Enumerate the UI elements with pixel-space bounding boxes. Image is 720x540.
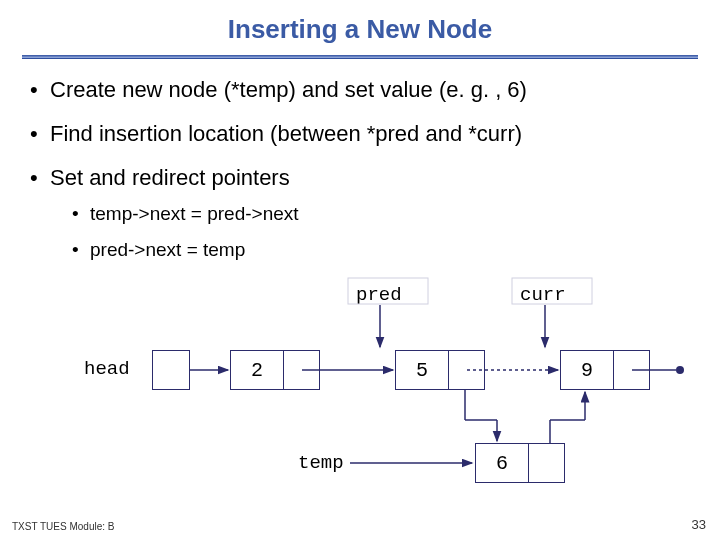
label-pred: pred [356,284,402,306]
bullet-3-text: Set and redirect pointers [50,165,290,190]
node-2-value: 2 [231,351,284,389]
node-5-ptr [449,351,484,389]
head-pointer-box [152,350,190,390]
bullet-3: Set and redirect pointers temp->next = p… [30,165,690,261]
sub-bullet-2: pred->next = temp [50,239,690,261]
svg-rect-15 [512,278,592,304]
svg-point-4 [676,366,684,374]
label-head: head [84,358,130,380]
node-9-ptr [614,351,649,389]
footer-left: TXST TUES Module: B [12,521,114,532]
node-6: 6 [475,443,565,483]
node-9-value: 9 [561,351,614,389]
node-2: 2 [230,350,320,390]
node-5-value: 5 [396,351,449,389]
svg-rect-14 [348,278,428,304]
sub-bullet-1: temp->next = pred->next [50,203,690,225]
footer-right: 33 [692,517,706,532]
node-2-ptr [284,351,319,389]
label-curr: curr [520,284,566,306]
node-9: 9 [560,350,650,390]
content-area: Create new node (*temp) and set value (e… [0,59,720,261]
label-temp: temp [298,452,344,474]
bullet-2: Find insertion location (between *pred a… [30,121,690,147]
slide-title: Inserting a New Node [0,0,720,45]
bullet-1: Create new node (*temp) and set value (e… [30,77,690,103]
node-6-value: 6 [476,444,529,482]
node-5: 5 [395,350,485,390]
node-6-ptr [529,444,564,482]
